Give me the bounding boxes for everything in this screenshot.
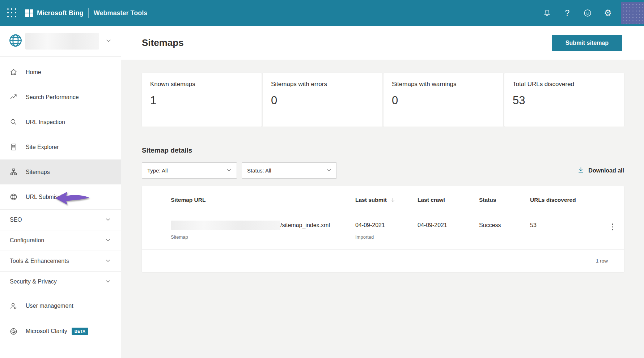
sidebar-item-user-management[interactable]: User management	[0, 293, 121, 319]
table-footer: 1 row	[142, 249, 624, 272]
sidebar-section-tools-enhancements[interactable]: Tools & Enhancements	[0, 251, 121, 272]
cell-urls-discovered: 53	[530, 221, 601, 240]
stat-value: 0	[392, 94, 500, 107]
sidebar-section-security-privacy[interactable]: Security & Privacy	[0, 272, 121, 292]
table-row[interactable]: /sitemap_index.xml Sitemap 04-09-2021 Im…	[142, 214, 624, 249]
brand-name: Microsoft Bing	[37, 9, 84, 17]
stat-card-known-sitemaps: Known sitemaps 1	[142, 73, 262, 127]
site-globe-icon	[8, 33, 23, 49]
stat-label: Known sitemaps	[150, 81, 258, 88]
beta-badge: BETA	[72, 328, 89, 335]
chevron-down-icon	[226, 167, 232, 175]
help-icon[interactable]: ?	[557, 0, 577, 26]
sidebar-item-label: User management	[26, 303, 73, 309]
brand: Microsoft Bing Webmaster Tools	[25, 8, 147, 18]
cell-status: Success	[479, 221, 530, 240]
sidebar-item-label: Sitemaps	[26, 169, 50, 175]
brand-divider	[88, 8, 89, 18]
magnifier-icon	[9, 118, 18, 126]
sidebar-nav: Home Search Performance URL Inspection	[0, 57, 121, 209]
topbar-actions: ? ⚙	[537, 0, 644, 26]
column-header-label: Last submit	[355, 197, 387, 203]
sidebar: Home Search Performance URL Inspection	[0, 26, 121, 358]
url-redacted	[171, 221, 280, 230]
stats-cards: Known sitemaps 1 Sitemaps with errors 0 …	[142, 73, 624, 127]
home-icon	[9, 68, 18, 76]
column-header-status[interactable]: Status	[479, 197, 530, 203]
smiley-feedback-icon[interactable]	[577, 0, 598, 26]
sidebar-section-seo[interactable]: SEO	[0, 210, 121, 230]
stat-card-sitemaps-with-warnings: Sitemaps with warnings 0	[384, 73, 503, 127]
stat-value: 0	[271, 94, 379, 107]
section-label: Security & Privacy	[10, 278, 57, 285]
site-selector[interactable]	[0, 26, 121, 57]
cell-sitemap-url: /sitemap_index.xml Sitemap	[142, 221, 355, 240]
sitemap-details-heading: Sitemap details	[142, 146, 624, 154]
chevron-down-icon	[105, 278, 111, 286]
filter-row: Type: All Status: All	[142, 162, 624, 179]
stat-value: 1	[150, 94, 258, 107]
status-value: Success	[479, 221, 530, 230]
sidebar-item-label: Microsoft Clarity	[26, 328, 67, 334]
sidebar-sections: SEO Configuration Tools & Enhancements S…	[0, 209, 121, 292]
column-header-sitemap-url[interactable]: Sitemap URL	[142, 197, 355, 203]
sitemaps-table: Sitemap URL Last submit Last crawl Statu…	[142, 186, 624, 272]
sitemap-icon	[9, 168, 18, 176]
cell-actions	[601, 221, 624, 240]
sidebar-section-configuration[interactable]: Configuration	[0, 230, 121, 251]
stat-card-sitemaps-with-errors: Sitemaps with errors 0	[263, 73, 382, 127]
sidebar-item-label: Search Performance	[26, 94, 79, 101]
sitemap-type-label: Sitemap	[171, 234, 355, 240]
avatar[interactable]	[621, 2, 644, 24]
site-name-redacted	[25, 33, 99, 50]
page-title: Sitemaps	[142, 37, 184, 48]
urls-discovered-value: 53	[530, 221, 601, 230]
sidebar-item-label: URL Submission	[26, 194, 69, 200]
type-filter-dropdown[interactable]: Type: All	[142, 162, 237, 179]
sidebar-item-url-submission[interactable]: URL Submission	[0, 184, 121, 209]
content-area: Known sitemaps 1 Sitemaps with errors 0 …	[121, 73, 644, 272]
download-all-label: Download all	[588, 167, 624, 174]
stat-value: 53	[513, 94, 620, 107]
cell-last-crawl: 04-09-2021	[418, 221, 479, 240]
section-label: Tools & Enhancements	[10, 258, 69, 264]
kebab-menu-icon[interactable]	[612, 221, 614, 233]
status-filter-dropdown[interactable]: Status: All	[242, 162, 337, 179]
product-name: Webmaster Tools	[94, 9, 147, 17]
bell-icon[interactable]	[537, 0, 557, 26]
stat-card-total-urls-discovered: Total URLs discovered 53	[504, 73, 624, 127]
person-icon	[9, 302, 18, 310]
column-header-last-submit[interactable]: Last submit	[355, 197, 418, 203]
section-label: Configuration	[10, 237, 44, 244]
submit-sitemap-button[interactable]: Submit sitemap	[552, 35, 622, 51]
cell-last-submit: 04-09-2021 Imported	[355, 221, 418, 240]
column-header-urls-discovered[interactable]: URLs discovered	[530, 197, 601, 203]
sidebar-item-sitemaps[interactable]: Sitemaps	[0, 159, 121, 184]
bing-webmaster-tools-app: Microsoft Bing Webmaster Tools ?	[0, 0, 644, 358]
chevron-down-icon	[105, 216, 111, 224]
status-filter-value: Status: All	[247, 167, 271, 174]
sidebar-item-label: Home	[26, 69, 41, 76]
globe-icon	[9, 193, 18, 201]
column-header-last-crawl[interactable]: Last crawl	[418, 197, 479, 203]
row-count: 1 row	[596, 258, 608, 264]
gear-icon[interactable]: ⚙	[598, 0, 618, 26]
sort-descending-icon	[390, 197, 396, 203]
waffle-menu-icon[interactable]	[7, 8, 17, 18]
submit-note: Imported	[355, 234, 418, 240]
chevron-down-icon	[105, 257, 111, 265]
chevron-down-icon	[105, 236, 111, 245]
sidebar-item-home[interactable]: Home	[0, 60, 121, 85]
chevron-down-icon	[105, 37, 112, 46]
sidebar-item-microsoft-clarity[interactable]: Microsoft Clarity BETA	[0, 319, 121, 344]
sidebar-item-url-inspection[interactable]: URL Inspection	[0, 110, 121, 135]
download-all-button[interactable]: Download all	[577, 166, 624, 175]
type-filter-value: Type: All	[147, 167, 168, 174]
clarity-icon	[9, 327, 18, 336]
last-crawl-date: 04-09-2021	[418, 221, 479, 230]
sidebar-item-search-performance[interactable]: Search Performance	[0, 85, 121, 110]
trend-up-icon	[9, 93, 18, 101]
url-suffix: /sitemap_index.xml	[280, 222, 330, 229]
main-content: Sitemaps Submit sitemap Known sitemaps 1…	[121, 26, 644, 358]
sidebar-item-site-explorer[interactable]: Site Explorer	[0, 135, 121, 159]
